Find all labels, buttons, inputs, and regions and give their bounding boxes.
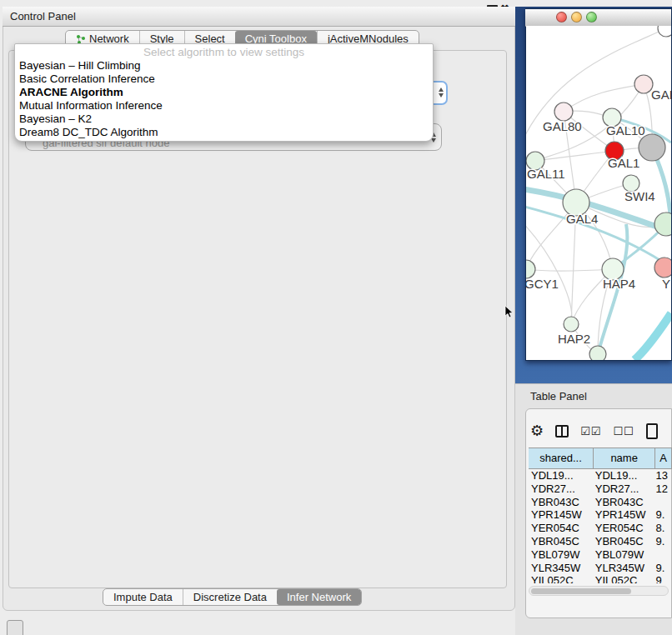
cell: YDL19... — [593, 469, 654, 482]
dropdown-option[interactable]: Bayesian – Hill Climbing — [15, 59, 433, 72]
dropdown-option[interactable]: Dream8 DC_TDC Algorithm — [15, 126, 433, 139]
combo-stepper-icon — [439, 88, 444, 98]
table-row[interactable]: YBR043CYBR043C — [529, 496, 672, 509]
cell: YDR27... — [593, 482, 654, 496]
node-label: HAP2 — [558, 332, 590, 346]
network-node[interactable] — [639, 134, 665, 161]
table-toolbar: ⚙ ☑☑ ☐☐ — [530, 419, 672, 442]
dropdown-option[interactable]: Basic Correlation Inference — [15, 72, 433, 86]
tab-infer-network[interactable]: Infer Network — [277, 589, 361, 605]
zoom-traffic-light[interactable] — [586, 12, 597, 22]
cell: YBR045C — [529, 535, 593, 548]
select-all-checkboxes-icon[interactable]: ☑☑ — [580, 425, 601, 438]
gear-icon[interactable]: ⚙ — [530, 422, 544, 439]
app-window: Control Panel ✖ Network Style Select Cyn… — [0, 0, 672, 635]
cell: 9. — [654, 562, 672, 575]
attribute-table[interactable]: shared... name A YDL19...YDL19...13 YDR2… — [529, 448, 672, 583]
dropdown-option-selected[interactable]: ARACNE Algorithm — [15, 86, 433, 99]
network-node[interactable] — [526, 260, 535, 278]
network-window-titlebar[interactable] — [525, 9, 671, 27]
cell: 9 — [654, 574, 672, 583]
table-row[interactable]: YDR27...YDR27...12 — [529, 482, 672, 496]
node-label: GAL4 — [566, 212, 598, 226]
dropdown-prompt: Select algorithm to view settings — [15, 44, 433, 59]
cell: YPR145W — [593, 508, 654, 522]
column-header[interactable]: A — [655, 448, 672, 468]
node-label: SWI4 — [624, 189, 655, 203]
cell: YDL19... — [529, 469, 593, 482]
new-table-icon[interactable] — [646, 423, 658, 439]
cell: YBR043C — [529, 496, 593, 509]
cell: 9. — [654, 508, 672, 522]
cell: YER054C — [529, 522, 593, 535]
node-label: GAL10 — [606, 123, 645, 138]
node-label: GCY1 — [526, 277, 559, 291]
minimized-panel-icon[interactable] — [7, 620, 23, 635]
table-panel-title: Table Panel — [530, 390, 587, 402]
cell: YBL079W — [593, 548, 654, 562]
cell: YDR27... — [529, 482, 593, 496]
columns-icon[interactable] — [555, 425, 569, 438]
tab-impute-data-label: Impute Data — [113, 591, 173, 603]
table-row[interactable]: YPR145WYPR145W9. — [529, 508, 672, 522]
cell — [654, 496, 672, 509]
network-node[interactable] — [634, 75, 653, 93]
dropdown-option[interactable]: Bayesian – K2 — [15, 112, 433, 126]
cell: YBR045C — [593, 535, 654, 548]
cell: 9. — [654, 535, 672, 548]
cyni-bottom-tabbar: Impute Data Discretize Data Infer Networ… — [103, 588, 362, 606]
cell: YIL052C — [529, 574, 593, 583]
network-canvas[interactable]: GAL GAL80 GAL10 GAL1 GAL11 SWI4 GAL4 GCY… — [526, 26, 671, 360]
column-header[interactable]: name — [594, 448, 655, 468]
network-node[interactable] — [589, 346, 606, 360]
cell: YPR145W — [529, 508, 593, 522]
network-node[interactable] — [554, 102, 573, 121]
cell: YLR345W — [529, 562, 593, 575]
node-label: GAL80 — [543, 119, 582, 133]
node-label: GAL11 — [527, 167, 565, 181]
cell: 8. — [654, 522, 672, 535]
cell: 12 — [654, 482, 672, 496]
column-header[interactable]: shared... — [529, 448, 594, 468]
node-label: HAP4 — [603, 277, 635, 291]
cell — [654, 548, 672, 562]
table-header-row: shared... name A — [529, 448, 672, 469]
cell: YBL079W — [529, 548, 593, 562]
control-panel-title: Control Panel — [10, 10, 76, 22]
cell: YER054C — [593, 522, 654, 535]
cell: YBR043C — [593, 496, 654, 509]
cell: 13 — [654, 469, 672, 482]
close-traffic-light[interactable] — [556, 12, 567, 22]
node-label: GAL — [651, 88, 671, 102]
mouse-cursor — [504, 306, 514, 319]
network-icon — [76, 34, 86, 44]
tab-discretize-data[interactable]: Discretize Data — [183, 589, 277, 605]
cell: YLR345W — [593, 562, 654, 575]
node-label: Y — [662, 277, 670, 291]
algorithm-dropdown-popup: Select algorithm to view settings Bayesi… — [14, 43, 434, 142]
tab-discretize-data-label: Discretize Data — [193, 591, 267, 603]
network-node[interactable] — [654, 258, 671, 278]
table-row[interactable]: YBL079WYBL079W — [529, 548, 672, 562]
minimize-traffic-light[interactable] — [571, 12, 582, 22]
node-label: GAL1 — [608, 156, 639, 170]
control-panel-titlebar: Control Panel — [3, 7, 515, 27]
dropdown-option[interactable]: Mutual Information Inference — [15, 99, 433, 112]
cell: YIL052C — [593, 574, 654, 583]
deselect-all-checkboxes-icon[interactable]: ☐☐ — [613, 425, 634, 438]
table-row[interactable]: YER054CYER054C8. — [529, 522, 672, 535]
network-node[interactable] — [564, 317, 579, 332]
table-row[interactable]: YLR345WYLR345W9. — [529, 562, 672, 575]
network-node[interactable] — [658, 26, 671, 37]
thick-teal-edge — [634, 313, 671, 360]
table-row[interactable]: YDL19...YDL19...13 — [529, 469, 672, 482]
table-row[interactable]: YBR045CYBR045C9. — [529, 535, 672, 548]
table-row[interactable]: YIL052CYIL052C9 — [529, 574, 672, 583]
scrollbar-thumb[interactable] — [531, 588, 631, 594]
table-horizontal-scrollbar[interactable] — [529, 586, 669, 596]
tab-infer-network-label: Infer Network — [287, 591, 351, 603]
tab-impute-data[interactable]: Impute Data — [103, 589, 183, 605]
